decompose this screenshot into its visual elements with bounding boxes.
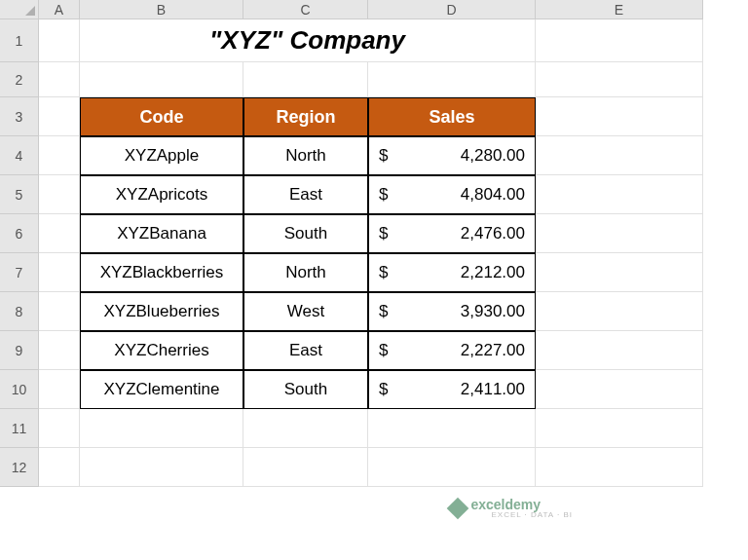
cell-sales-9[interactable]: $2,227.00	[368, 331, 536, 370]
spreadsheet-grid: A B C D E 1 "XYZ" Company 2 3 Code Regio…	[0, 0, 748, 487]
cell-e5[interactable]	[536, 175, 703, 214]
header-sales[interactable]: Sales	[368, 97, 536, 136]
cell-a3[interactable]	[39, 97, 80, 136]
cell-e11[interactable]	[536, 409, 703, 448]
row-header-5[interactable]: 5	[0, 175, 39, 214]
cell-b12[interactable]	[80, 448, 243, 487]
cell-region-5[interactable]: East	[243, 175, 368, 214]
cell-region-9[interactable]: East	[243, 331, 368, 370]
cell-a11[interactable]	[39, 409, 80, 448]
cell-code-9[interactable]: XYZCherries	[80, 331, 243, 370]
header-region[interactable]: Region	[243, 97, 368, 136]
sales-value: 4,280.00	[461, 146, 525, 166]
cell-sales-10[interactable]: $2,411.00	[368, 370, 536, 409]
cell-a1[interactable]	[39, 19, 80, 62]
col-header-a[interactable]: A	[39, 0, 80, 19]
sales-value: 3,930.00	[461, 302, 525, 321]
row-header-7[interactable]: 7	[0, 253, 39, 292]
currency-symbol: $	[379, 185, 388, 205]
cell-c11[interactable]	[243, 409, 368, 448]
currency-symbol: $	[379, 263, 388, 282]
sales-value: 2,227.00	[461, 341, 525, 360]
cell-e9[interactable]	[536, 331, 703, 370]
row-header-3[interactable]: 3	[0, 97, 39, 136]
cell-sales-4[interactable]: $4,280.00	[368, 136, 536, 175]
cell-c12[interactable]	[243, 448, 368, 487]
row-header-11[interactable]: 11	[0, 409, 39, 448]
row-header-1[interactable]: 1	[0, 19, 39, 62]
cell-a12[interactable]	[39, 448, 80, 487]
cell-e6[interactable]	[536, 214, 703, 253]
watermark: exceldemy EXCEL · DATA · BI	[450, 497, 573, 519]
col-header-e[interactable]: E	[536, 0, 703, 19]
cell-c2[interactable]	[243, 62, 368, 97]
cell-e1[interactable]	[536, 19, 703, 62]
sales-value: 2,411.00	[461, 380, 525, 399]
cell-sales-7[interactable]: $2,212.00	[368, 253, 536, 292]
cell-a2[interactable]	[39, 62, 80, 97]
cell-e8[interactable]	[536, 292, 703, 331]
exceldemy-icon	[447, 497, 469, 519]
row-header-6[interactable]: 6	[0, 214, 39, 253]
header-code[interactable]: Code	[80, 97, 243, 136]
cell-e3[interactable]	[536, 97, 703, 136]
currency-symbol: $	[379, 224, 388, 243]
cell-e10[interactable]	[536, 370, 703, 409]
cell-a8[interactable]	[39, 292, 80, 331]
cell-region-8[interactable]: West	[243, 292, 368, 331]
cell-region-10[interactable]: South	[243, 370, 368, 409]
watermark-text-stack: exceldemy EXCEL · DATA · BI	[470, 497, 573, 519]
cell-d2[interactable]	[368, 62, 536, 97]
cell-a5[interactable]	[39, 175, 80, 214]
currency-symbol: $	[379, 341, 388, 360]
cell-sales-5[interactable]: $4,804.00	[368, 175, 536, 214]
row-header-10[interactable]: 10	[0, 370, 39, 409]
cell-code-8[interactable]: XYZBlueberries	[80, 292, 243, 331]
cell-a10[interactable]	[39, 370, 80, 409]
cell-e12[interactable]	[536, 448, 703, 487]
col-header-c[interactable]: C	[243, 0, 368, 19]
row-header-4[interactable]: 4	[0, 136, 39, 175]
cell-a9[interactable]	[39, 331, 80, 370]
currency-symbol: $	[379, 380, 388, 399]
row-header-8[interactable]: 8	[0, 292, 39, 331]
cell-d12[interactable]	[368, 448, 536, 487]
watermark-tagline: EXCEL · DATA · BI	[491, 510, 573, 519]
cell-d11[interactable]	[368, 409, 536, 448]
row-header-12[interactable]: 12	[0, 448, 39, 487]
cell-code-10[interactable]: XYZClementine	[80, 370, 243, 409]
cell-e7[interactable]	[536, 253, 703, 292]
cell-e4[interactable]	[536, 136, 703, 175]
cell-region-6[interactable]: South	[243, 214, 368, 253]
select-all-corner[interactable]	[0, 0, 39, 19]
cell-sales-8[interactable]: $3,930.00	[368, 292, 536, 331]
cell-a4[interactable]	[39, 136, 80, 175]
cell-code-5[interactable]: XYZApricots	[80, 175, 243, 214]
currency-symbol: $	[379, 146, 388, 166]
cell-region-4[interactable]: North	[243, 136, 368, 175]
cell-a6[interactable]	[39, 214, 80, 253]
title-cell[interactable]: "XYZ" Company	[80, 19, 536, 62]
row-header-9[interactable]: 9	[0, 331, 39, 370]
cell-code-6[interactable]: XYZBanana	[80, 214, 243, 253]
col-header-b[interactable]: B	[80, 0, 243, 19]
cell-a7[interactable]	[39, 253, 80, 292]
cell-region-7[interactable]: North	[243, 253, 368, 292]
cell-code-4[interactable]: XYZApple	[80, 136, 243, 175]
col-header-d[interactable]: D	[368, 0, 536, 19]
cell-b11[interactable]	[80, 409, 243, 448]
cell-sales-6[interactable]: $2,476.00	[368, 214, 536, 253]
row-header-2[interactable]: 2	[0, 62, 39, 97]
currency-symbol: $	[379, 302, 388, 321]
cell-b2[interactable]	[80, 62, 243, 97]
watermark-brand: exceldemy	[470, 497, 573, 512]
sales-value: 2,476.00	[461, 224, 525, 243]
cell-e2[interactable]	[536, 62, 703, 97]
sales-value: 4,804.00	[461, 185, 525, 205]
sales-value: 2,212.00	[461, 263, 525, 282]
cell-code-7[interactable]: XYZBlackberries	[80, 253, 243, 292]
